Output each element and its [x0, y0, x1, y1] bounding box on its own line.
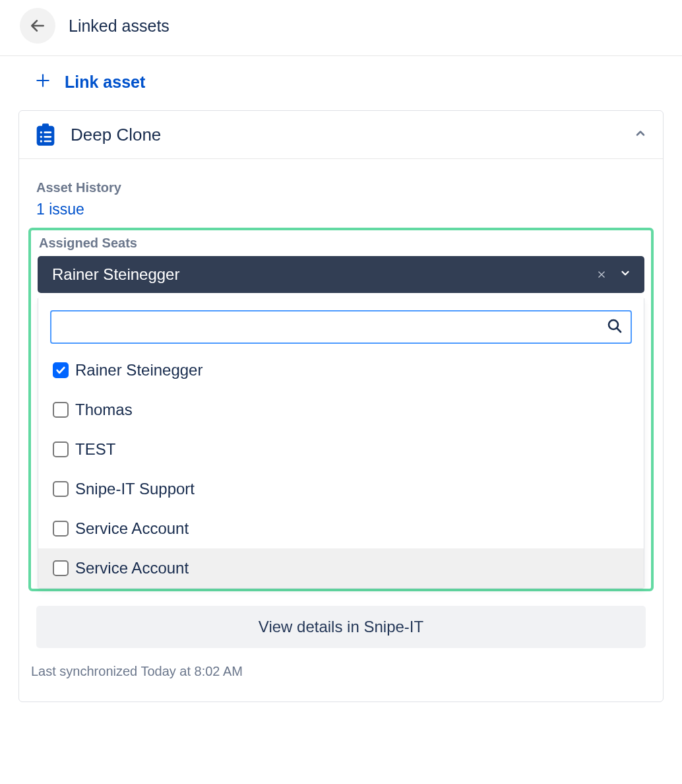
asset-history-link[interactable]: 1 issue — [19, 198, 663, 228]
dropdown-option[interactable]: Thomas — [38, 390, 644, 430]
plus-icon — [34, 72, 51, 92]
svg-rect-3 — [37, 126, 55, 146]
page-title: Linked assets — [69, 16, 170, 36]
link-asset-label: Link asset — [65, 73, 145, 92]
svg-line-14 — [617, 328, 621, 332]
search-icon — [607, 318, 623, 337]
svg-point-5 — [40, 131, 42, 133]
dropdown-option-label: Service Account — [75, 559, 189, 577]
dropdown-option[interactable]: Service Account — [38, 548, 644, 588]
assigned-seats-label: Assigned Seats — [31, 230, 651, 256]
dropdown-option-label: Snipe-IT Support — [75, 480, 195, 498]
svg-point-7 — [40, 136, 42, 138]
panel-title: Deep Clone — [71, 125, 634, 145]
svg-rect-10 — [44, 141, 52, 143]
dropdown-options: Rainer SteineggerThomasTESTSnipe-IT Supp… — [38, 350, 644, 588]
chevron-up-icon — [634, 127, 647, 143]
view-details-button[interactable]: View details in Snipe-IT — [36, 606, 646, 648]
dropdown-search-input[interactable] — [50, 310, 632, 344]
dropdown-option-label: TEST — [75, 440, 115, 459]
assigned-seats-select[interactable]: Rainer Steinegger — [38, 256, 644, 293]
assigned-seats-highlight: Assigned Seats Rainer Steinegger — [28, 228, 654, 591]
svg-rect-8 — [44, 136, 52, 138]
dropdown-option[interactable]: Snipe-IT Support — [38, 469, 644, 509]
assigned-seats-dropdown: Rainer SteineggerThomasTESTSnipe-IT Supp… — [38, 298, 644, 589]
panel-header[interactable]: Deep Clone — [19, 111, 663, 159]
svg-point-9 — [40, 140, 42, 142]
clear-selection-icon[interactable] — [590, 267, 613, 282]
panel-body: Asset History 1 issue Assigned Seats Rai… — [19, 159, 663, 702]
checkbox-icon[interactable] — [53, 521, 69, 537]
clipboard-icon — [32, 121, 59, 148]
dropdown-option[interactable]: TEST — [38, 430, 644, 469]
checkbox-checked-icon[interactable] — [53, 362, 69, 378]
dropdown-option-label: Rainer Steinegger — [75, 361, 202, 379]
checkbox-icon[interactable] — [53, 402, 69, 418]
svg-rect-4 — [42, 123, 49, 128]
arrow-left-icon — [29, 17, 46, 34]
checkbox-icon[interactable] — [53, 560, 69, 576]
dropdown-search-wrap — [38, 298, 644, 350]
back-button[interactable] — [20, 8, 55, 44]
page-header: Linked assets — [0, 0, 682, 56]
last-synchronized-text: Last synchronized Today at 8:02 AM — [19, 655, 663, 695]
checkbox-icon[interactable] — [53, 481, 69, 497]
checkbox-icon[interactable] — [53, 441, 69, 457]
svg-rect-6 — [44, 131, 52, 133]
asset-history-label: Asset History — [19, 171, 663, 198]
link-asset-button[interactable]: Link asset — [0, 56, 682, 110]
asset-panel: Deep Clone Asset History 1 issue Assigne… — [18, 110, 664, 702]
dropdown-option-label: Thomas — [75, 401, 133, 419]
dropdown-option[interactable]: Service Account — [38, 509, 644, 548]
dropdown-option-label: Service Account — [75, 519, 189, 538]
chevron-down-icon[interactable] — [613, 267, 634, 282]
dropdown-option[interactable]: Rainer Steinegger — [38, 350, 644, 390]
assigned-seats-selected-value: Rainer Steinegger — [48, 265, 590, 284]
